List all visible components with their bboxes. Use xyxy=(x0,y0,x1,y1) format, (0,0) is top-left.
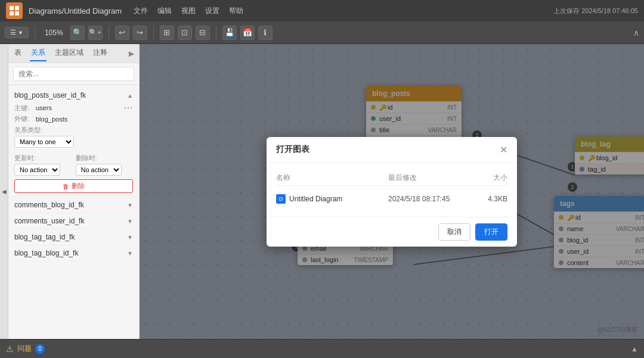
open-diagram-modal: 打开图表 ✕ 名称 最后修改 大小 D Untitled Diagram xyxy=(267,137,517,247)
fk-item-blog-tag-blog[interactable]: blog_tag_blog_id_fk ▼ xyxy=(8,245,139,262)
calendar-btn[interactable]: 📅 xyxy=(240,26,255,40)
sidebar-tab-right-arrow[interactable]: ▶ xyxy=(129,49,134,58)
menu-view[interactable]: 视图 xyxy=(181,6,196,16)
sidebar-toggle-left[interactable]: ◀ xyxy=(0,44,8,339)
modal-title: 打开图表 xyxy=(276,144,309,155)
fk-item-comments-blog[interactable]: comments_blog_id_fk ▼ xyxy=(8,197,139,213)
on-delete-label: 删除时: xyxy=(76,154,134,163)
bottom-bar: ⚠ 问题 0 ▲ xyxy=(0,339,644,358)
on-update-select[interactable]: No action Cascade Set null xyxy=(14,164,60,176)
svg-rect-1 xyxy=(15,6,19,10)
save-info: 上次保存 2024/5/18 07:46:05 xyxy=(553,7,638,15)
sidebar-search-container xyxy=(8,63,139,85)
add-table-btn[interactable]: ⊞ xyxy=(160,26,174,40)
canvas-area[interactable]: 1 1 1 1 1 1 blog_posts 🔑 id INT user_id … xyxy=(140,44,644,339)
sep1 xyxy=(35,26,35,39)
svg-rect-0 xyxy=(10,6,14,10)
sidebar-tabs: 表 关系 主题区域 注释 ▶ xyxy=(8,44,139,63)
add-relation-btn[interactable]: ⊡ xyxy=(178,26,192,40)
modal-header: 打开图表 ✕ xyxy=(267,137,517,163)
file-modified: 2024/5/18 08:17:45 xyxy=(388,195,472,203)
tab-table[interactable]: 表 xyxy=(13,45,23,61)
add-note-btn[interactable]: ⊟ xyxy=(196,26,210,40)
fk-simple-title3: blog_tag_tag_id_fk xyxy=(14,233,75,241)
modal-body: 名称 最后修改 大小 D Untitled Diagram 2024/5/18 … xyxy=(267,163,517,217)
fk-collapse-icon4: ▼ xyxy=(127,250,133,257)
fk-foreign-key-row: 外键: blog_posts xyxy=(14,114,133,123)
fk-collapse-icon2: ▼ xyxy=(127,218,133,225)
warning-icon: ⚠ xyxy=(6,344,14,354)
modal-close-btn[interactable]: ✕ xyxy=(500,144,507,155)
fk-simple-title2: comments_user_id_fk xyxy=(14,217,84,225)
modal-file-row[interactable]: D Untitled Diagram 2024/5/18 08:17:45 4.… xyxy=(276,191,507,207)
col-modified-header: 最后修改 xyxy=(388,173,472,183)
fk-item-blog-posts-user: blog_posts_user_id_fk ▲ 主键: users ⋯ 外键: … xyxy=(8,88,139,197)
fk-item-header[interactable]: blog_posts_user_id_fk ▲ xyxy=(14,91,133,99)
sep4 xyxy=(216,26,216,39)
undo-btn[interactable]: ↩ xyxy=(115,26,129,40)
fk-simple-title: comments_blog_id_fk xyxy=(14,201,84,209)
zoom-out-btn[interactable]: 🔍 xyxy=(70,26,85,40)
menu-file[interactable]: 文件 xyxy=(134,6,148,16)
tab-note[interactable]: 注释 xyxy=(92,45,109,61)
delete-icon: 🗑 xyxy=(63,183,69,190)
relation-type-label: 关系类型: xyxy=(14,126,133,135)
titlebar: Diagrams/Untitled Diagram 文件 编辑 视图 设置 帮助… xyxy=(0,0,644,21)
file-name: Untitled Diagram xyxy=(289,195,342,203)
zoom-in-btn[interactable]: 🔍+ xyxy=(88,26,103,40)
menu-edit[interactable]: 编辑 xyxy=(157,6,172,16)
fk-detail: 主键: users ⋯ 外键: blog_posts 关系类型: Many to… xyxy=(14,103,133,193)
redo-btn[interactable]: ↪ xyxy=(133,26,147,40)
delete-fk-btn[interactable]: 🗑 删除 xyxy=(14,179,133,193)
sep2 xyxy=(109,26,109,39)
main-key-label: 主键: xyxy=(14,104,32,113)
svg-rect-3 xyxy=(15,11,19,15)
on-update-label: 更新时: xyxy=(14,154,72,163)
foreign-key-label: 外键: xyxy=(14,114,32,123)
file-size: 4.3KB xyxy=(472,195,507,203)
toolbar-collapse-btn[interactable]: ∧ xyxy=(633,28,639,38)
delete-label: 删除 xyxy=(72,182,85,191)
open-button[interactable]: 打开 xyxy=(475,223,507,241)
menu-settings[interactable]: 设置 xyxy=(205,6,219,16)
main-key-more[interactable]: ⋯ xyxy=(123,103,133,113)
update-delete-row: 更新时: No action Cascade Set null 删除时: No … xyxy=(14,151,133,176)
app-title: Diagrams/Untitled Diagram xyxy=(29,7,122,15)
modal-overlay[interactable]: 打开图表 ✕ 名称 最后修改 大小 D Untitled Diagram xyxy=(140,44,644,339)
relation-type-select[interactable]: Many to one One to one Many to many xyxy=(14,136,74,148)
svg-rect-2 xyxy=(10,11,14,15)
tab-relation[interactable]: 关系 xyxy=(30,45,47,61)
fk-expand-icon: ▲ xyxy=(127,92,133,99)
fk-item-blog-tag-tag[interactable]: blog_tag_tag_id_fk ▼ xyxy=(8,229,139,245)
info-btn[interactable]: ℹ xyxy=(258,26,273,40)
on-delete-select[interactable]: No action Cascade Set null xyxy=(76,164,122,176)
cancel-button[interactable]: 取消 xyxy=(438,223,470,241)
fk-item-title: blog_posts_user_id_fk xyxy=(14,91,86,99)
bottom-expand-btn[interactable]: ▲ xyxy=(631,345,638,353)
doc-icon: D xyxy=(276,194,286,204)
sidebar: 表 关系 主题区域 注释 ▶ blog_posts_user_id_fk ▲ 主… xyxy=(8,44,140,339)
sidebar-content: blog_posts_user_id_fk ▲ 主键: users ⋯ 外键: … xyxy=(8,85,139,339)
modal-footer: 取消 打开 xyxy=(267,217,517,247)
save-btn[interactable]: 💾 xyxy=(222,26,237,40)
modal-table-header: 名称 最后修改 大小 xyxy=(276,173,507,186)
foreign-key-value: blog_posts xyxy=(36,116,67,123)
tab-theme[interactable]: 主题区域 xyxy=(54,45,85,61)
toolbar-menu-btn[interactable]: ☰ ▼ xyxy=(5,27,29,38)
fk-main-key-row: 主键: users ⋯ xyxy=(14,103,133,113)
menu-help[interactable]: 帮助 xyxy=(229,6,243,16)
fk-collapse-icon: ▼ xyxy=(127,202,133,208)
file-name-cell: D Untitled Diagram xyxy=(276,194,388,204)
menu-bar: 文件 编辑 视图 设置 帮助 xyxy=(134,6,243,16)
app-logo xyxy=(6,2,23,19)
fk-collapse-icon3: ▼ xyxy=(127,234,133,241)
main-key-value: users xyxy=(36,104,52,111)
col-name-header: 名称 xyxy=(276,173,388,183)
zoom-level: 105% xyxy=(41,27,67,38)
warning-label[interactable]: 问题 xyxy=(17,344,32,354)
col-size-header: 大小 xyxy=(472,173,507,183)
sep3 xyxy=(153,26,154,39)
fk-simple-title4: blog_tag_blog_id_fk xyxy=(14,249,78,257)
search-input[interactable] xyxy=(13,67,134,81)
fk-item-comments-user[interactable]: comments_user_id_fk ▼ xyxy=(8,213,139,229)
